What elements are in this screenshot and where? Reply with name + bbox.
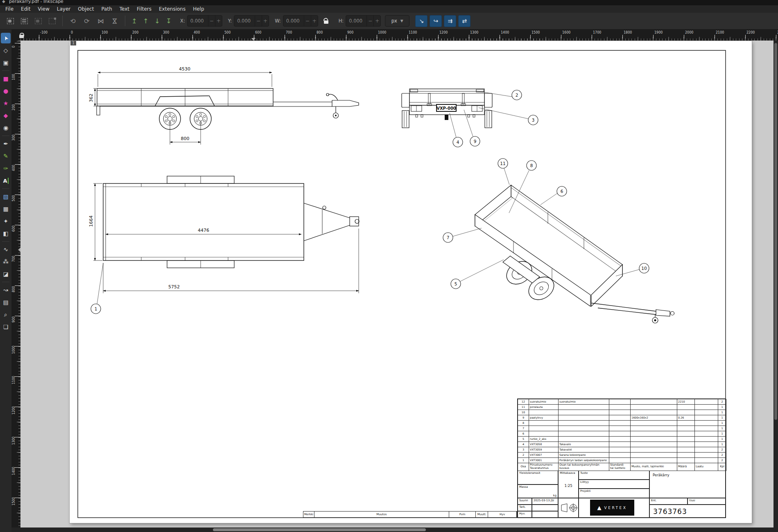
callout-7: 7 xyxy=(443,228,482,242)
box-3d-tool-icon[interactable]: ◆ xyxy=(1,110,11,121)
page-tab[interactable]: 1 xyxy=(70,41,76,45)
scale-corners-toggle-icon[interactable]: ↪ xyxy=(430,15,442,27)
decrement-icon[interactable]: − xyxy=(304,16,311,26)
vertical-scrollbar[interactable] xyxy=(773,41,778,527)
move-gradients-toggle-icon[interactable]: ⇉ xyxy=(444,15,456,27)
svg-text:6: 6 xyxy=(561,189,563,194)
x-input[interactable]: 0.000−+ xyxy=(187,15,222,27)
pencil-tool-icon[interactable]: ✎ xyxy=(1,151,11,161)
deselect-icon[interactable] xyxy=(31,15,45,27)
hruler-label: 1000 xyxy=(378,31,386,34)
connector-tool-icon[interactable]: ↝ xyxy=(1,285,11,295)
decrement-icon[interactable]: − xyxy=(255,16,262,26)
menu-item-help[interactable]: Help xyxy=(189,5,208,13)
menu-item-view[interactable]: View xyxy=(34,5,53,13)
y-input[interactable]: 0.000−+ xyxy=(234,15,269,27)
canvas[interactable]: 1 4530 xyxy=(20,41,773,527)
lower-icon[interactable]: ↓ xyxy=(152,15,163,27)
unit-value: px xyxy=(391,18,397,24)
projekti-cell: Projekti xyxy=(579,489,649,498)
side-wheels xyxy=(159,108,211,129)
increment-icon[interactable]: + xyxy=(262,16,269,26)
lock-guides-icon[interactable] xyxy=(19,33,24,38)
ent-cell: Ent. xyxy=(649,498,688,505)
gradient-tool-icon[interactable]: ▧ xyxy=(1,191,11,202)
move-patterns-toggle-icon[interactable]: ⇄ xyxy=(458,15,470,27)
h-input[interactable]: 0.000−+ xyxy=(346,15,381,27)
text-tool-icon[interactable]: A xyxy=(1,175,11,186)
drawing-number-cell: 3763763 xyxy=(649,505,726,518)
mesh-gradient-tool-icon[interactable]: ▦ xyxy=(1,204,11,214)
increment-icon[interactable]: + xyxy=(311,16,318,26)
dropper-tool-icon[interactable]: ✦ xyxy=(1,216,11,226)
toolbox-separator xyxy=(2,136,9,136)
menu-item-file[interactable]: File xyxy=(2,5,17,13)
hruler-label: 100 xyxy=(102,31,108,34)
decrement-icon[interactable]: − xyxy=(208,16,215,26)
hruler-label: 900 xyxy=(347,31,353,34)
menu-item-text[interactable]: Text xyxy=(116,5,133,13)
decrement-icon[interactable]: − xyxy=(366,16,373,26)
spray-tool-icon[interactable]: ⁂ xyxy=(1,256,11,267)
ellipse-tool-icon[interactable]: ● xyxy=(1,86,11,96)
tark-value-cell xyxy=(532,505,558,511)
toolbox-separator xyxy=(2,282,9,282)
parts-table-row: 9paatylevy1600x160x20.261 xyxy=(518,415,726,421)
raise-to-top-icon[interactable]: ↥ xyxy=(129,15,140,27)
menu-item-filters[interactable]: Filters xyxy=(133,5,155,13)
hruler-label: -100 xyxy=(40,31,47,34)
ruler-position-marker xyxy=(251,38,256,41)
horizontal-ruler[interactable]: -100010020030040050060070080090010001100… xyxy=(20,29,778,41)
flip-horizontal-icon[interactable]: ⋈ xyxy=(94,15,108,27)
selector-tool-icon[interactable]: ➤ xyxy=(1,33,11,43)
node-editor-tool-icon[interactable]: ◇ xyxy=(1,45,11,56)
unit-select[interactable]: px ▼ xyxy=(385,15,409,27)
raise-icon[interactable]: ↑ xyxy=(140,15,152,27)
star-tool-icon[interactable]: ★ xyxy=(1,98,11,109)
increment-icon[interactable]: + xyxy=(373,16,380,26)
document-page[interactable]: 1 4530 xyxy=(70,41,752,523)
w-input[interactable]: 0.000−+ xyxy=(283,15,318,27)
rotate-ccw-icon[interactable]: ⟲ xyxy=(66,15,80,27)
menu-item-extensions[interactable]: Extensions xyxy=(155,5,189,13)
menu-item-edit[interactable]: Edit xyxy=(17,5,34,13)
rectangle-tool-icon[interactable]: ■ xyxy=(1,73,11,84)
measure-tool-icon[interactable]: ▤ xyxy=(1,297,11,308)
revision-cell-hyv: Hyv xyxy=(488,512,517,517)
spiral-tool-icon[interactable]: ◉ xyxy=(1,122,11,133)
vertical-ruler[interactable]: 0100200300400500600700800900100011001200… xyxy=(11,41,20,527)
horizontal-scrollbar-thumb[interactable] xyxy=(213,528,426,531)
select-frame-icon[interactable] xyxy=(45,15,59,27)
flip-vertical-icon[interactable]: ⋈ xyxy=(108,15,122,27)
lock-ratio-icon[interactable] xyxy=(324,18,329,24)
rotate-cw-icon[interactable]: ⟳ xyxy=(80,15,94,27)
zoom-tool-icon[interactable]: ⌕ xyxy=(1,309,11,320)
lower-to-bottom-icon[interactable]: ↧ xyxy=(163,15,174,27)
menu-item-object[interactable]: Object xyxy=(74,5,97,13)
vruler-label: 300 xyxy=(12,131,16,144)
hruler-label: 700 xyxy=(286,31,292,34)
menu-item-path[interactable]: Path xyxy=(97,5,115,13)
increment-icon[interactable]: + xyxy=(215,16,222,26)
paint-bucket-tool-icon[interactable]: ◧ xyxy=(1,228,11,239)
pages-tool-icon[interactable]: ❏ xyxy=(1,321,11,332)
select-same-icon[interactable] xyxy=(17,15,31,27)
eraser-tool-icon[interactable]: ◪ xyxy=(1,269,11,279)
pen-tool-icon[interactable]: ✒ xyxy=(1,138,11,149)
hruler-label: 400 xyxy=(194,31,200,34)
calligraphy-tool-icon[interactable]: ✑ xyxy=(1,163,11,174)
top-view: 4476 1664 5752 xyxy=(88,176,359,293)
ruler-position-marker xyxy=(18,248,20,252)
tweak-tool-icon[interactable]: ∿ xyxy=(1,244,11,255)
shape-builder-tool-icon[interactable]: ▣ xyxy=(1,57,11,68)
window-titlebar[interactable]: ⬥ peräkärry.pdf - Inkscape xyxy=(0,0,778,5)
coordinate-fields: X:0.000−+Y:0.000−+W:0.000−+H:0.000−+ xyxy=(174,15,381,27)
vruler-label: 600 xyxy=(12,222,16,235)
select-all-icon[interactable] xyxy=(3,15,17,27)
ruler-corner[interactable] xyxy=(11,29,20,41)
vruler-label: 100 xyxy=(12,71,16,83)
vertical-scrollbar-thumb[interactable] xyxy=(774,43,777,420)
scale-stroke-toggle-icon[interactable]: ↘ xyxy=(415,15,427,27)
menu-item-layer[interactable]: Layer xyxy=(53,5,74,13)
horizontal-scrollbar[interactable] xyxy=(11,527,778,532)
